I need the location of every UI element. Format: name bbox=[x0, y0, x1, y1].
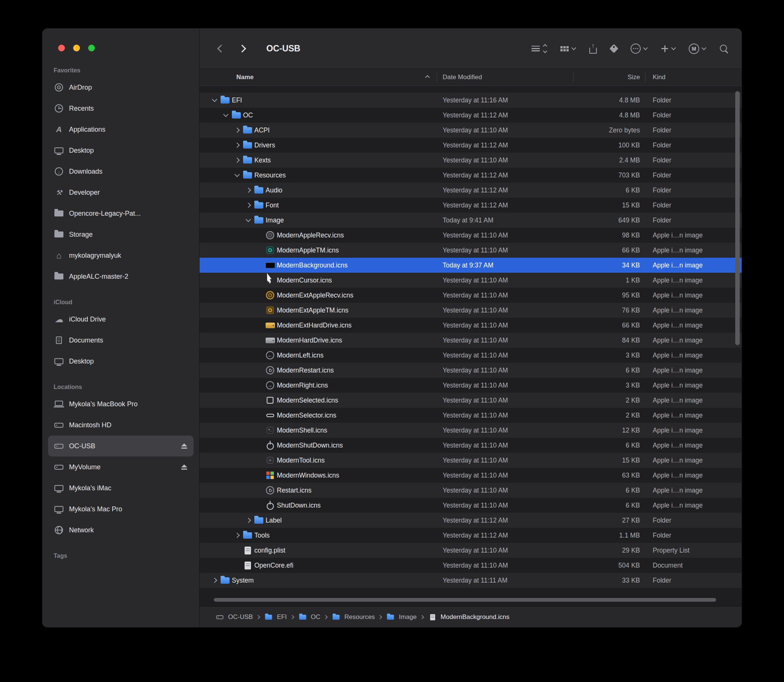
file-row-modernextapplerecv-icns[interactable]: ModernExtAppleRecv.icnsYesterday at 11:1… bbox=[199, 288, 742, 303]
disclosure-closed-icon[interactable] bbox=[243, 515, 253, 526]
column-header-name[interactable]: Name bbox=[199, 69, 437, 86]
file-row-drivers[interactable]: DriversYesterday at 11:12 AM100 KBFolder bbox=[199, 138, 742, 153]
file-row-kexts[interactable]: KextsYesterday at 11:10 AM2.4 MBFolder bbox=[199, 153, 742, 168]
eject-icon[interactable] bbox=[180, 464, 188, 470]
sidebar-item-applications[interactable]: Applications bbox=[48, 119, 194, 140]
back-button[interactable] bbox=[215, 42, 227, 55]
eject-icon[interactable] bbox=[180, 443, 188, 449]
column-header-date-modified[interactable]: Date Modified bbox=[437, 69, 573, 86]
disclosure-open-icon[interactable] bbox=[221, 110, 231, 120]
tags-button[interactable] bbox=[611, 45, 617, 52]
breadcrumb-item-resources[interactable]: Resources bbox=[331, 612, 375, 622]
file-row-acpi[interactable]: ACPIYesterday at 11:10 AMZero bytesFolde… bbox=[199, 123, 742, 138]
zoom-window-button[interactable] bbox=[88, 45, 95, 51]
sidebar-item-storage[interactable]: Storage bbox=[48, 224, 194, 245]
sidebar-item-airdrop[interactable]: AirDrop bbox=[48, 77, 194, 98]
file-row-modernapplerecv-icns[interactable]: ModernAppleRecv.icnsYesterday at 11:10 A… bbox=[199, 228, 742, 243]
sidebar-item-myvolume[interactable]: MyVolume bbox=[48, 457, 194, 478]
file-row-modernwindows-icns[interactable]: ModernWindows.icnsYesterday at 11:10 AM6… bbox=[199, 468, 742, 483]
sidebar-item-opencore-legacy-pat[interactable]: Opencore-Legacy-Pat... bbox=[48, 203, 194, 224]
file-row-restart-icns[interactable]: Restart.icnsYesterday at 11:10 AM6 KBApp… bbox=[199, 483, 742, 498]
file-row-oc[interactable]: OCYesterday at 11:12 AM4.8 MBFolder bbox=[199, 108, 742, 123]
file-row-resources[interactable]: ResourcesYesterday at 11:12 AM703 KBFold… bbox=[199, 168, 742, 183]
file-row-moderncursor-icns[interactable]: ModernCursor.icnsYesterday at 11:10 AM1 … bbox=[199, 273, 742, 288]
account-menu-button[interactable]: M bbox=[689, 43, 706, 54]
file-row-image[interactable]: ImageToday at 9:41 AM649 KBFolder bbox=[199, 213, 742, 228]
file-row-modernshell-icns[interactable]: ModernShell.icnsYesterday at 11:10 AM12 … bbox=[199, 423, 742, 438]
sidebar-item-documents[interactable]: Documents bbox=[48, 330, 194, 351]
sidebar-item-oc-usb[interactable]: OC-USB bbox=[48, 435, 194, 457]
sidebar-item-mykola-s-mac-pro[interactable]: Mykola’s Mac Pro bbox=[48, 499, 194, 519]
file-row-tools[interactable]: ToolsYesterday at 11:12 AM1.1 MBFolder bbox=[199, 528, 742, 543]
sidebar-item-desktop[interactable]: Desktop bbox=[48, 351, 194, 372]
sidebar-item-icloud-drive[interactable]: iCloud Drive bbox=[48, 309, 194, 330]
breadcrumb-item-efi[interactable]: EFI bbox=[263, 612, 287, 622]
sidebar-item-recents[interactable]: Recents bbox=[48, 98, 194, 119]
search-button[interactable] bbox=[719, 44, 729, 54]
file-row-modernleft-icns[interactable]: ModernLeft.icnsYesterday at 11:10 AM3 KB… bbox=[199, 348, 742, 363]
file-row-audio[interactable]: AudioYesterday at 11:12 AM6 KBFolder bbox=[199, 183, 742, 198]
disclosure-closed-icon[interactable] bbox=[232, 155, 242, 166]
file-row-modernshutdown-icns[interactable]: ModernShutDown.icnsYesterday at 11:10 AM… bbox=[199, 438, 742, 453]
disclosure-closed-icon[interactable] bbox=[232, 125, 242, 135]
sidebar-item-applealc-master-2[interactable]: AppleALC-master-2 bbox=[48, 266, 194, 287]
file-row-modernharddrive-icns[interactable]: ModernHardDrive.icnsYesterday at 11:10 A… bbox=[199, 333, 742, 348]
file-row-modernbackground-icns[interactable]: ModernBackground.icnsToday at 9:37 AM34 … bbox=[199, 258, 742, 273]
column-header-kind[interactable]: Kind bbox=[645, 69, 742, 86]
file-kind: Apple i…n image bbox=[645, 472, 742, 480]
file-row-system[interactable]: SystemYesterday at 11:11 AM33 KBFolder bbox=[199, 573, 742, 588]
tm-gold-icon bbox=[265, 305, 275, 316]
sidebar-item-mykolagrymalyuk[interactable]: mykolagrymalyuk bbox=[48, 245, 194, 266]
sidebar-item-downloads[interactable]: Downloads bbox=[48, 161, 194, 182]
group-by-button[interactable] bbox=[560, 46, 575, 52]
disclosure-open-icon[interactable] bbox=[209, 95, 220, 105]
file-row-shutdown-icns[interactable]: ShutDown.icnsYesterday at 11:10 AM6 KBAp… bbox=[199, 498, 742, 513]
breadcrumb-item-oc[interactable]: OC bbox=[298, 612, 321, 622]
file-kind: Folder bbox=[645, 156, 742, 164]
disclosure-closed-icon[interactable] bbox=[232, 530, 242, 540]
disclosure-closed-icon[interactable] bbox=[243, 200, 253, 210]
file-row-modernappletm-icns[interactable]: ModernAppleTM.icnsYesterday at 11:10 AM6… bbox=[199, 243, 742, 258]
sidebar-item-macintosh-hd[interactable]: Macintosh HD bbox=[48, 414, 194, 435]
share-button[interactable] bbox=[589, 44, 597, 54]
file-row-moderntool-icns[interactable]: ModernTool.icnsYesterday at 11:10 AM15 K… bbox=[199, 453, 742, 468]
sidebar-item-label: Mykola’s iMac bbox=[69, 484, 112, 492]
file-row-font[interactable]: FontYesterday at 11:12 AM15 KBFolder bbox=[199, 198, 742, 213]
file-row-modernrestart-icns[interactable]: ModernRestart.icnsYesterday at 11:10 AM6… bbox=[199, 363, 742, 378]
file-row-modernselector-icns[interactable]: ModernSelector.icnsYesterday at 11:10 AM… bbox=[199, 408, 742, 423]
file-row-modernextappletm-icns[interactable]: ModernExtAppleTM.icnsYesterday at 11:10 … bbox=[199, 303, 742, 318]
file-row-modernselected-icns[interactable]: ModernSelected.icnsYesterday at 11:10 AM… bbox=[199, 393, 742, 408]
sidebar-item-mykola-s-macbook-pro[interactable]: Mykola’s MacBook Pro bbox=[48, 394, 194, 414]
file-size: 63 KB bbox=[573, 472, 645, 480]
disclosure-closed-icon[interactable] bbox=[232, 140, 242, 150]
file-name: ModernExtAppleTM.icns bbox=[277, 306, 349, 314]
breadcrumb-item-oc-usb[interactable]: OC-USB bbox=[215, 612, 253, 622]
file-row-modernextharddrive-icns[interactable]: ModernExtHardDrive.icnsYesterday at 11:1… bbox=[199, 318, 742, 333]
file-row-efi[interactable]: EFIYesterday at 11:16 AM4.8 MBFolder bbox=[199, 92, 742, 108]
sidebar-item-developer[interactable]: Developer bbox=[48, 182, 194, 203]
view-options-button[interactable] bbox=[532, 45, 547, 53]
sidebar-item-network[interactable]: Network bbox=[48, 519, 194, 540]
disclosure-closed-icon[interactable] bbox=[209, 575, 220, 586]
forward-button[interactable] bbox=[236, 42, 248, 55]
more-actions-button[interactable] bbox=[631, 43, 647, 54]
sidebar-item-label: Opencore-Legacy-Pat... bbox=[69, 210, 141, 218]
close-window-button[interactable] bbox=[58, 45, 65, 51]
file-row-config-plist[interactable]: config.plistYesterday at 11:10 AM29 KBPr… bbox=[199, 543, 742, 558]
file-row-label[interactable]: LabelYesterday at 11:12 AM27 KBFolder bbox=[199, 513, 742, 528]
new-item-button[interactable] bbox=[661, 45, 675, 53]
disclosure-open-icon[interactable] bbox=[243, 215, 253, 225]
vertical-scrollbar[interactable] bbox=[735, 91, 740, 345]
sidebar-item-desktop[interactable]: Desktop bbox=[48, 140, 194, 161]
breadcrumb-item-image[interactable]: Image bbox=[385, 612, 416, 622]
file-row-opencore-efi[interactable]: OpenCore.efiYesterday at 11:10 AM504 KBD… bbox=[199, 558, 742, 573]
breadcrumb-item-modernbackground-icns[interactable]: ModernBackground.icns bbox=[427, 612, 510, 622]
sidebar-item-mykola-s-imac[interactable]: Mykola’s iMac bbox=[48, 478, 194, 499]
column-header-size[interactable]: Size bbox=[573, 69, 645, 86]
file-row-modernright-icns[interactable]: ModernRight.icnsYesterday at 11:10 AM3 K… bbox=[199, 378, 742, 393]
minimize-window-button[interactable] bbox=[73, 45, 80, 51]
horizontal-scrollbar[interactable] bbox=[214, 598, 716, 602]
file-name: ModernRestart.icns bbox=[277, 366, 334, 374]
disclosure-closed-icon[interactable] bbox=[243, 185, 253, 196]
disclosure-open-icon[interactable] bbox=[232, 170, 242, 180]
